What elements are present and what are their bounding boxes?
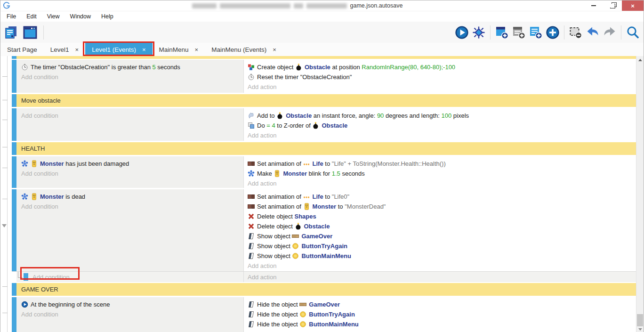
event-bar[interactable] <box>12 156 16 188</box>
toolbar-separator <box>490 25 491 40</box>
event-collapse-tick[interactable] <box>2 100 8 100</box>
event-bar[interactable] <box>12 108 16 141</box>
add-event-button[interactable] <box>494 24 510 40</box>
bomb-icon <box>276 112 283 119</box>
event-collapse-tick[interactable] <box>2 313 8 313</box>
open-scene-button[interactable] <box>22 24 38 40</box>
action-set-animation-life0[interactable]: Set animation of Life to "Life0" <box>248 192 644 202</box>
add-condition-link[interactable]: Add condition <box>21 111 243 121</box>
event-bar[interactable] <box>12 142 16 155</box>
sub-event-bar[interactable] <box>24 273 28 281</box>
action-show-buttonmainmenu[interactable]: Show object ButtonMainMenu <box>248 251 644 261</box>
event-bar[interactable] <box>12 297 16 332</box>
project-manager-button[interactable] <box>3 24 19 40</box>
search-button[interactable] <box>625 24 641 40</box>
conditions-cell: At the beginning of the scene Add condit… <box>16 297 243 332</box>
event-bar[interactable] <box>12 60 16 93</box>
add-action-link[interactable]: Add action <box>248 130 644 140</box>
condition-scene-begin[interactable]: At the beginning of the scene <box>21 300 243 309</box>
action-set-animation-life[interactable]: Set animation of Life to "Life" + ToStri… <box>248 159 644 169</box>
tab-mainmenu[interactable]: MainMenu × <box>153 43 205 56</box>
comment-text[interactable]: Move obstacle <box>16 94 644 107</box>
add-sub-event-button[interactable] <box>511 24 527 40</box>
action-show-buttontryagain[interactable]: Show object ButtonTryAgain <box>248 241 644 251</box>
tab-close-icon[interactable]: × <box>195 46 199 53</box>
close-button[interactable]: × <box>622 0 644 11</box>
conditions-cell: The timer "ObstacleCreation" is greater … <box>16 60 243 93</box>
condition-monster-dead[interactable]: Monster is dead <box>21 192 243 202</box>
vertical-scrollbar[interactable] <box>636 56 644 332</box>
tab-close-icon[interactable]: × <box>273 46 276 53</box>
action-z-order[interactable]: Do = 4 to Z-order of Obstacle <box>248 121 644 130</box>
event-collapse-tick[interactable] <box>2 120 8 120</box>
event-collapse-tick[interactable] <box>2 199 8 199</box>
condition-timer[interactable]: The timer "ObstacleCreation" is greater … <box>21 62 243 72</box>
debug-button[interactable] <box>471 24 487 40</box>
action-make-blink[interactable]: Make Monster blink for 1.5 seconds <box>248 169 644 178</box>
life-dots-icon <box>303 160 310 167</box>
action-create-object[interactable]: Create object Obstacle at position Rando… <box>248 62 644 72</box>
action-delete-obstacle[interactable]: Delete object Obstacle <box>248 221 644 231</box>
add-action-link[interactable]: Add action <box>248 274 276 281</box>
tab-close-icon[interactable]: × <box>75 46 79 53</box>
comment-text[interactable]: GAME OVER <box>16 283 644 296</box>
add-condition-link[interactable]: Add condition <box>32 274 70 281</box>
event-bar[interactable] <box>12 283 16 296</box>
add-action-link[interactable]: Add action <box>248 82 644 92</box>
menu-window[interactable]: Window <box>65 13 96 20</box>
behavior-icon <box>248 170 255 177</box>
comment-health: HEALTH <box>12 142 644 155</box>
menu-file[interactable]: File <box>1 13 21 20</box>
preview-button[interactable] <box>454 24 470 40</box>
condition-monster-damaged[interactable]: Monster has just been damaged <box>21 159 243 169</box>
tab-level1[interactable]: Level1 × <box>44 43 85 56</box>
event-collapse-tick[interactable] <box>2 147 8 147</box>
event-bar[interactable] <box>12 189 16 271</box>
title-redacted-segment <box>306 3 347 8</box>
event-collapse-tick[interactable] <box>2 76 8 77</box>
add-condition-link[interactable]: Add condition <box>21 309 243 319</box>
add-comment-button[interactable] <box>528 24 544 40</box>
action-hide-buttonmainmenu[interactable]: Hide the object ButtonMainMenu <box>248 319 644 329</box>
menu-edit[interactable]: Edit <box>21 13 42 20</box>
tab-level1-events[interactable]: Level1 (Events) × <box>85 43 152 56</box>
menu-view[interactable]: View <box>42 13 65 20</box>
tab-bar: Start Page Level1 × Level1 (Events) × Ma… <box>0 43 644 56</box>
show-object-icon <box>248 233 255 240</box>
event-bar[interactable] <box>12 94 16 107</box>
delete-selection-button[interactable] <box>568 24 584 40</box>
add-other-event-button[interactable] <box>545 24 561 40</box>
action-hide-buttontryagain[interactable]: Hide the object ButtonTryAgain <box>248 309 644 319</box>
action-show-gameover[interactable]: Show object GameOver <box>248 231 644 241</box>
title-bar: game.json.autosave × <box>0 0 644 11</box>
add-action-link[interactable]: Add action <box>248 178 644 188</box>
undo-button[interactable] <box>585 24 601 40</box>
add-action-link[interactable]: Add action <box>248 261 644 271</box>
condition-text: The timer "ObstacleCreation" is greater … <box>31 64 153 71</box>
scrollbar-thumb[interactable] <box>637 314 643 326</box>
event-collapse-tick[interactable] <box>2 286 8 287</box>
tab-label: MainMenu <box>159 46 189 53</box>
minimize-button[interactable] <box>584 0 603 11</box>
action-delete-shapes[interactable]: Delete object Shapes <box>248 211 644 221</box>
add-condition-link[interactable]: Add condition <box>21 202 243 211</box>
action-reset-timer[interactable]: Reset the timer "ObstacleCreation" <box>248 72 644 82</box>
tab-label: Level1 (Events) <box>92 46 136 53</box>
action-set-animation-monsterdead[interactable]: Set animation of Monster to "MonsterDead… <box>248 202 644 211</box>
add-action-link[interactable]: Add action <box>248 329 644 332</box>
scroll-down-arrow-icon[interactable] <box>638 328 642 331</box>
tab-mainmenu-events[interactable]: MainMenu (Events) × <box>205 43 283 56</box>
event-collapse-tick[interactable] <box>2 168 8 168</box>
action-add-force[interactable]: Add to Obstacle an instant force, angle:… <box>248 111 644 121</box>
action-hide-gameover[interactable]: Hide the object GameOver <box>248 300 644 309</box>
scroll-up-arrow-icon[interactable] <box>638 59 642 61</box>
redo-button[interactable] <box>602 24 618 40</box>
toolbar-separator <box>564 25 564 40</box>
restore-button[interactable] <box>603 0 622 11</box>
add-condition-link[interactable]: Add condition <box>21 72 243 82</box>
menu-help[interactable]: Help <box>96 13 119 20</box>
add-condition-link[interactable]: Add condition <box>21 169 243 178</box>
comment-text[interactable]: HEALTH <box>16 142 644 155</box>
tab-close-icon[interactable]: × <box>142 46 146 53</box>
tab-start-page[interactable]: Start Page <box>0 43 44 56</box>
